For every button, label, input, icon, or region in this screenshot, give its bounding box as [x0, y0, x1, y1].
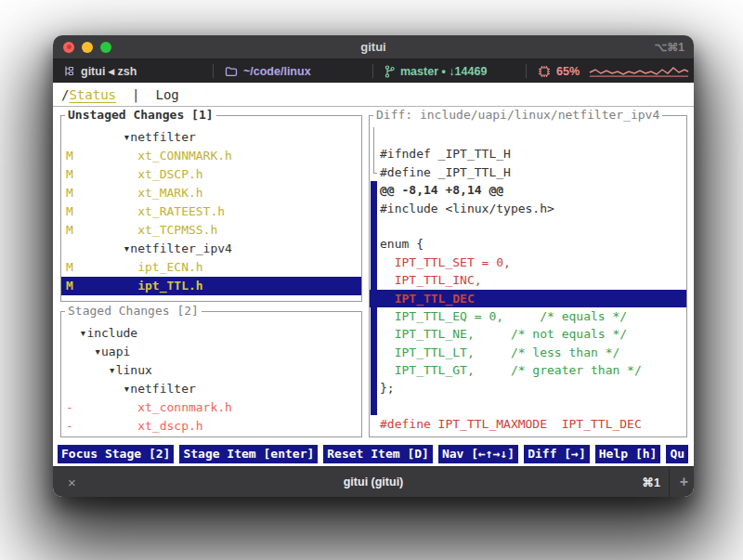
- diff-line[interactable]: [370, 397, 686, 415]
- statusbar-divider: [213, 64, 214, 78]
- diff-line-text: IPT_TTL_SET = 0,: [370, 254, 511, 271]
- directory-label: ▾netfilter: [61, 128, 196, 147]
- bottom-tab-title[interactable]: gitui (gitui): [344, 475, 404, 488]
- keybinding-hints-bar: Focus Stage [2]Stage Item [enter]Reset I…: [58, 445, 694, 464]
- diff-line[interactable]: #define _IPT_TTL_H: [370, 163, 686, 181]
- hunk-marker-bar: [371, 344, 377, 361]
- desktop: gitui ⌥⌘1 gitui ◂ zsh ~/code/linux: [0, 0, 743, 560]
- diff-line-text: IPT_TTL_LT, /* less than */: [370, 344, 619, 361]
- diff-line[interactable]: enum {: [370, 235, 686, 253]
- hint-button[interactable]: Nav [←↑→↓]: [438, 445, 518, 463]
- terminal-window: gitui ⌥⌘1 gitui ◂ zsh ~/code/linux: [53, 35, 694, 497]
- hunk-marker-bar: [371, 379, 377, 397]
- diff-line-text: enum {: [370, 235, 424, 253]
- tab-log[interactable]: Log: [155, 87, 178, 102]
- diff-line[interactable]: #include <linux/types.h>: [370, 200, 686, 217]
- diff-line[interactable]: IPT_TTL_NE, /* not equals */: [370, 325, 686, 343]
- diff-line-text: #ifndef _IPT_TTL_H: [370, 145, 511, 163]
- diff-panel: Diff: include/uapi/linux/netfilter_ipv4 …: [369, 115, 687, 437]
- diff-line[interactable]: [370, 217, 686, 235]
- diff-line[interactable]: IPT_TTL_LT, /* less than */: [370, 344, 686, 361]
- terminal-bottom-tabbar: × gitui (gitui) ⌘1 +: [53, 466, 694, 497]
- close-tab-icon[interactable]: ×: [68, 475, 76, 489]
- diff-line[interactable]: IPT_TTL_INC,: [370, 271, 686, 289]
- unstaged-row[interactable]: Mxt_MARK.h: [61, 184, 361, 202]
- diff-line[interactable]: IPT_TTL_EQ = 0, /* equals */: [370, 307, 686, 325]
- file-status-mark: M: [66, 258, 73, 277]
- unstaged-row[interactable]: Mxt_CONNMARK.h: [61, 147, 361, 165]
- hint-button[interactable]: Qu: [666, 445, 688, 463]
- file-status-mark: M: [66, 184, 73, 202]
- diff-line[interactable]: IPT_TTL_GT, /* greater than */: [370, 361, 686, 379]
- cwd-segment[interactable]: ~/code/linux: [225, 59, 311, 83]
- diff-line[interactable]: IPT_TTL_DEC: [370, 290, 686, 307]
- hint-button[interactable]: Diff [→]: [524, 445, 590, 463]
- staged-changes-panel: Staged Changes [2] ▾include▾uapi▾linux▾n…: [60, 311, 362, 437]
- file-label: xt_dscp.h: [61, 417, 203, 436]
- hint-button[interactable]: Reset Item [D]: [323, 445, 433, 463]
- hunk-marker-bar: [371, 235, 377, 253]
- hunk-marker-line: [373, 127, 374, 145]
- close-window-button[interactable]: [63, 42, 74, 53]
- unstaged-row[interactable]: Mipt_TTL.h: [61, 277, 361, 295]
- directory-label: ▾uapi: [61, 343, 130, 361]
- diff-line-text: IPT_TTL_NE, /* not equals */: [370, 325, 627, 343]
- diff-line[interactable]: [370, 127, 686, 145]
- staged-row[interactable]: ▾netfilter: [61, 380, 361, 398]
- unstaged-row[interactable]: Mxt_DSCP.h: [61, 165, 361, 184]
- hunk-marker-bar: [371, 217, 377, 235]
- zoom-window-button[interactable]: [100, 42, 111, 53]
- cpu-segment[interactable]: 65%: [538, 59, 689, 83]
- unstaged-row[interactable]: Mxt_TCPMSS.h: [61, 221, 361, 240]
- unstaged-row[interactable]: Mxt_RATEEST.h: [61, 202, 361, 221]
- staged-row[interactable]: ▾uapi: [61, 343, 361, 361]
- unstaged-row[interactable]: Mipt_ECN.h: [61, 258, 361, 277]
- traffic-lights: [63, 35, 111, 59]
- directory-label: ▾linux: [61, 361, 152, 380]
- staged-row[interactable]: -xt_connmark.h: [61, 398, 361, 417]
- session-tree-icon: [63, 65, 75, 77]
- file-status-mark: -: [66, 398, 73, 417]
- staged-file-tree: ▾include▾uapi▾linux▾netfilter-xt_connmar…: [61, 312, 361, 436]
- window-titlebar[interactable]: gitui ⌥⌘1: [53, 35, 694, 59]
- hunk-marker-bar: [371, 254, 377, 271]
- window-title: gitui: [360, 40, 385, 54]
- staged-row[interactable]: -xt_dscp.h: [61, 417, 361, 436]
- cpu-chip-icon: [538, 65, 551, 78]
- tab-status[interactable]: Status: [69, 87, 116, 102]
- bottombar-divider: [669, 467, 670, 497]
- statusbar-divider: [526, 64, 527, 78]
- staged-row[interactable]: ▾linux: [61, 361, 361, 380]
- hunk-marker-bar: [371, 181, 377, 199]
- cpu-sparkline: [589, 64, 689, 78]
- diff-line-text: @@ -8,14 +8,14 @@: [370, 181, 503, 199]
- diff-line[interactable]: @@ -8,14 +8,14 @@: [370, 181, 686, 199]
- diff-line-text: #define IPT_TTL_MAXMODE IPT_TTL_DEC: [370, 415, 642, 433]
- hunk-marker-bar: [371, 361, 377, 379]
- file-label: xt_RATEEST.h: [61, 202, 225, 221]
- session-segment[interactable]: gitui ◂ zsh: [63, 59, 137, 83]
- hint-button[interactable]: Stage Item [enter]: [179, 445, 318, 463]
- minimize-window-button[interactable]: [82, 42, 93, 53]
- diff-line-text: IPT_TTL_DEC: [370, 290, 475, 307]
- diff-line-text: IPT_TTL_INC,: [370, 271, 482, 289]
- staged-row[interactable]: ▾include: [61, 324, 361, 343]
- cpu-percent-label: 65%: [556, 65, 580, 78]
- git-segment[interactable]: master • ↓14469: [385, 59, 487, 83]
- file-status-mark: M: [66, 147, 73, 165]
- file-label: ipt_ECN.h: [61, 258, 203, 277]
- unstaged-row[interactable]: ▾netfilter: [61, 128, 361, 147]
- hunk-marker-bar: [371, 200, 377, 217]
- hint-button[interactable]: Focus Stage [2]: [58, 445, 174, 463]
- hint-button[interactable]: Help [h]: [595, 445, 661, 463]
- file-label: xt_MARK.h: [61, 184, 203, 202]
- bottom-tab-shortcut: ⌘1: [643, 475, 660, 489]
- diff-line[interactable]: };: [370, 379, 686, 397]
- diff-line[interactable]: IPT_TTL_SET = 0,: [370, 254, 686, 271]
- file-label: xt_connmark.h: [61, 398, 232, 417]
- hunk-marker-line: [373, 145, 374, 163]
- new-tab-button[interactable]: +: [680, 474, 688, 490]
- diff-line[interactable]: #define IPT_TTL_MAXMODE IPT_TTL_DEC: [370, 415, 686, 433]
- diff-line[interactable]: #ifndef _IPT_TTL_H: [370, 145, 686, 163]
- unstaged-row[interactable]: ▾netfilter_ipv4: [61, 240, 361, 258]
